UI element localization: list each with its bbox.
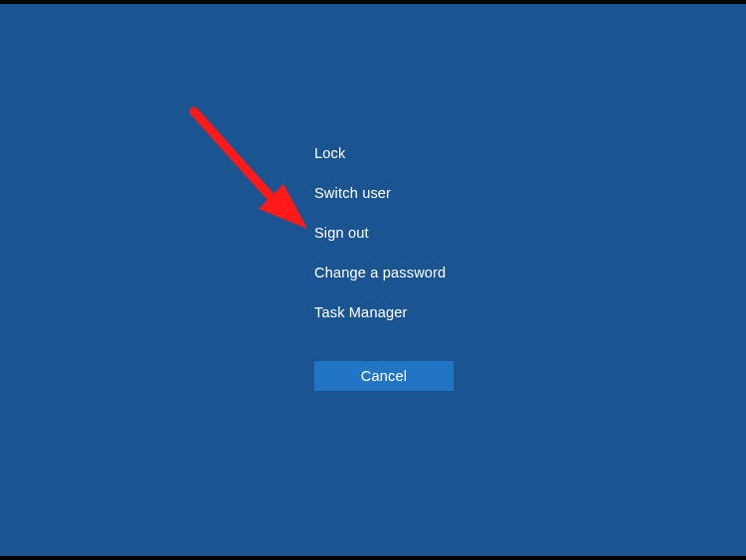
menu-item-sign-out[interactable]: Sign out	[314, 213, 446, 253]
menu-item-label: Change a password	[314, 265, 446, 280]
menu-item-switch-user[interactable]: Switch user	[314, 173, 446, 213]
menu-item-label: Lock	[314, 145, 345, 161]
menu-item-lock[interactable]: Lock	[314, 133, 446, 173]
cancel-button-label: Cancel	[361, 368, 407, 384]
annotation-arrow-icon	[174, 101, 333, 251]
windows-security-screen: Lock Switch user Sign out Change a passw…	[0, 4, 746, 556]
svg-marker-2	[259, 184, 307, 229]
menu-item-label: Task Manager	[314, 304, 407, 320]
security-options-menu: Lock Switch user Sign out Change a passw…	[314, 133, 446, 332]
menu-item-label: Switch user	[314, 185, 391, 201]
svg-line-1	[194, 111, 281, 209]
menu-item-label: Sign out	[314, 225, 369, 241]
cancel-button[interactable]: Cancel	[314, 361, 454, 391]
menu-item-change-password[interactable]: Change a password	[314, 253, 446, 292]
menu-item-task-manager[interactable]: Task Manager	[314, 292, 446, 332]
